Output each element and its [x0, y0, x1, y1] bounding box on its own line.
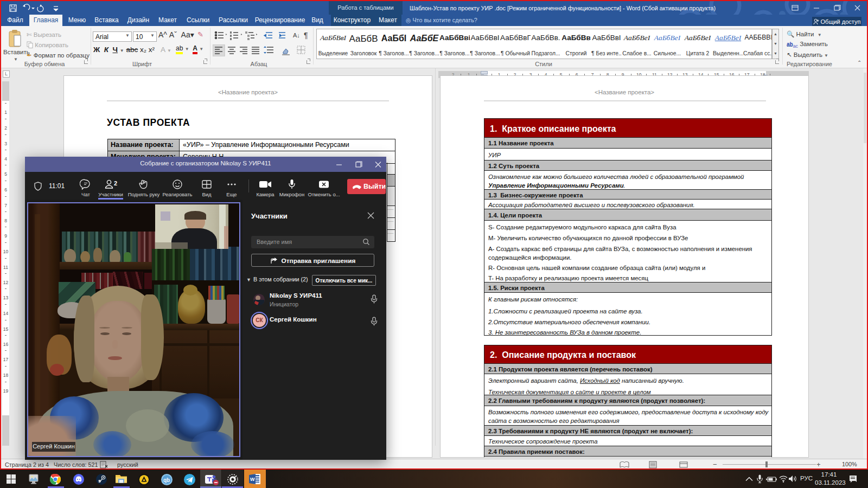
svg-text:W: W	[250, 477, 255, 482]
svg-text:qb: qb	[163, 477, 170, 483]
svg-text:¶: ¶	[304, 31, 308, 40]
svg-text:2: 2	[114, 180, 117, 187]
svg-text:А↓: А↓	[293, 32, 300, 38]
